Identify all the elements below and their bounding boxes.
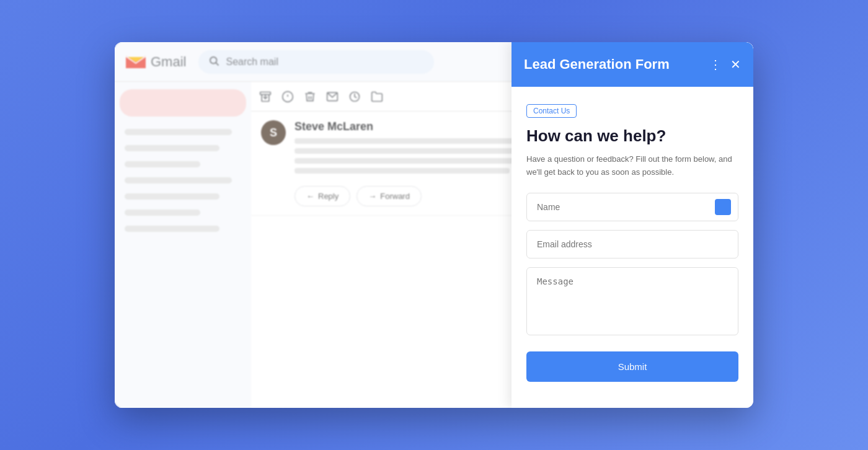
submit-button[interactable]: Submit [526,351,738,382]
browser-window: Gmail Search mail [115,42,753,408]
panel-body: Contact Us How can we help? Have a quest… [512,87,753,408]
sidebar-line-5 [125,193,219,200]
name-input[interactable] [526,193,738,221]
gmail-logo-icon [125,51,147,73]
sidebar-line-4 [125,177,232,183]
delete-icon[interactable] [303,90,317,104]
panel-header-actions: ⋮ ✕ [709,57,741,72]
contact-us-badge: Contact Us [526,104,577,118]
sidebar-line-3 [125,161,200,167]
avatar: S [261,120,286,145]
form-heading: How can we help? [526,126,738,146]
archive-icon[interactable] [259,90,272,104]
more-options-icon[interactable]: ⋮ [709,57,722,72]
gmail-logo: Gmail [125,51,186,73]
panel-header: Lead Generation Form ⋮ ✕ [512,42,753,87]
search-placeholder: Search mail [226,56,278,68]
mail-icon[interactable] [326,90,339,104]
email-input[interactable] [526,230,738,258]
report-icon[interactable] [281,90,294,104]
forward-icon: → [368,192,376,201]
gmail-sidebar [115,82,251,408]
compose-button[interactable] [120,89,246,117]
folder-icon[interactable] [370,90,384,104]
forward-label: Forward [380,192,410,201]
sidebar-line-6 [125,210,200,216]
search-bar[interactable]: Search mail [198,50,434,74]
search-icon [208,55,219,69]
name-field-wrapper [526,193,738,221]
panel-title: Lead Generation Form [524,56,670,73]
gmail-text-label: Gmail [151,54,186,70]
sidebar-line-1 [125,129,232,135]
message-field-wrapper [526,267,738,338]
lead-form-panel: Lead Generation Form ⋮ ✕ Contact Us How … [512,42,753,408]
sidebar-line-7 [125,226,219,232]
message-input[interactable] [526,267,738,335]
name-blue-indicator [715,199,731,215]
svg-point-2 [210,57,217,64]
reply-icon: ← [306,192,314,201]
email-body-line-4 [294,168,510,174]
svg-line-3 [216,63,219,65]
form-description: Have a question or feedback? Fill out th… [526,153,738,179]
email-field-wrapper [526,230,738,258]
close-icon[interactable]: ✕ [730,57,741,72]
reply-button[interactable]: ← Reply [294,186,350,206]
sidebar-line-2 [125,145,219,151]
reply-label: Reply [318,192,339,201]
forward-button[interactable]: → Forward [356,186,422,206]
snooze-icon[interactable] [348,90,361,104]
